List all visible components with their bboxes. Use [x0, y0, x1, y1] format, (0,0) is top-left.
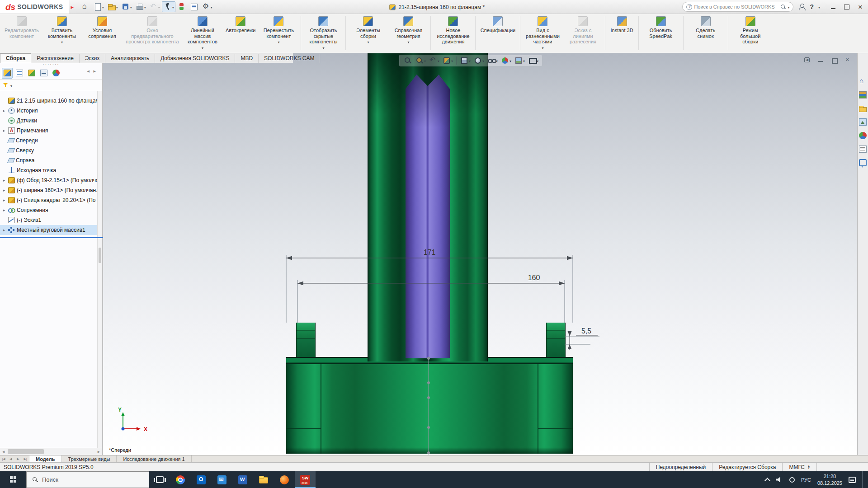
- solidworks-logo[interactable]: ds SOLIDWORKS: [0, 0, 69, 14]
- taskbar-app-solidworks-2019[interactable]: [295, 471, 316, 488]
- dropdown-arrow-icon[interactable]: [144, 4, 146, 10]
- tree-item-sketch1[interactable]: (-) Эскиз1: [0, 215, 97, 225]
- dropdown-arrow-icon[interactable]: [61, 39, 63, 45]
- clock[interactable]: 21:28 08.12.2025: [817, 473, 842, 486]
- quick-button-undo[interactable]: [148, 1, 161, 12]
- tree-item-plane-front[interactable]: Спереди: [0, 136, 97, 145]
- first-tab-icon[interactable]: [0, 455, 7, 462]
- hud-button-apply-scene[interactable]: [513, 56, 526, 66]
- doc-tab-motion-study-1[interactable]: Исследование движения 1: [117, 455, 191, 462]
- ribbon-button-take-snapshot[interactable]: Сделать снимок: [686, 14, 726, 52]
- ribbon-button-reference-geometry[interactable]: Справочная геометрия: [388, 14, 428, 52]
- taskbar-app-outlook[interactable]: [191, 471, 212, 488]
- dropdown-arrow-icon[interactable]: [322, 45, 324, 51]
- taskbar-app-mail-app[interactable]: [212, 471, 232, 488]
- expand-arrow-icon[interactable]: [2, 108, 6, 113]
- expand-arrow-icon[interactable]: [2, 99, 6, 103]
- language-indicator[interactable]: РУС: [801, 477, 811, 483]
- ribbon-button-component-preview-window[interactable]: Окно предварительного просмотра компонен…: [123, 14, 182, 52]
- tree-item-component-shirina[interactable]: (-) ширина 160<1> (По умолчан...: [0, 185, 97, 195]
- taskbar-app-browser-orange[interactable]: [274, 471, 295, 488]
- tab-evaluate[interactable]: Анализировать: [105, 54, 155, 63]
- dropdown-arrow-icon[interactable]: [818, 4, 820, 10]
- ribbon-button-explode-line-sketch[interactable]: Эскиз с линиями разнесения: [563, 14, 603, 52]
- prev-tab-icon[interactable]: [7, 455, 14, 462]
- expand-arrow-icon[interactable]: [2, 128, 6, 133]
- dropdown-arrow-icon[interactable]: [202, 45, 203, 51]
- hud-button-zoom-area[interactable]: [414, 56, 427, 66]
- dropdown-arrow-icon[interactable]: [172, 4, 174, 10]
- last-tab-icon[interactable]: [22, 455, 29, 462]
- panel-tabs-scroll-right-icon[interactable]: [93, 69, 97, 74]
- tab-addins[interactable]: Добавления SOLIDWORKS: [155, 54, 236, 63]
- taskbar-search-input[interactable]: [42, 476, 132, 483]
- tab-sketch[interactable]: Эскиз: [80, 54, 105, 63]
- ribbon-button-move-component[interactable]: Переместить компонент: [259, 14, 298, 52]
- tree-item-assembly-root[interactable]: 21-2.15-ширина 160 по фланцам (П: [0, 96, 97, 106]
- ribbon-button-large-assembly-mode[interactable]: Режим большой сборки: [731, 14, 770, 52]
- scroll-right-icon[interactable]: [95, 450, 102, 454]
- expand-arrow-icon[interactable]: [2, 208, 6, 212]
- panel-tab-displaymanager[interactable]: [51, 68, 61, 79]
- task-pane-button-forum[interactable]: [859, 158, 868, 167]
- show-desktop-button[interactable]: [862, 471, 864, 488]
- tree-item-plane-right[interactable]: Справа: [0, 155, 97, 165]
- dropdown-arrow-icon[interactable]: [211, 4, 212, 10]
- panel-tab-propertymanager[interactable]: [14, 68, 25, 79]
- ribbon-button-insert-components[interactable]: Вставить компоненты: [42, 14, 82, 52]
- help-search-input[interactable]: [694, 4, 778, 9]
- doc-tab-model[interactable]: Модель: [29, 455, 62, 462]
- ribbon-button-show-hidden-components[interactable]: Отобразить скрытые компоненты: [303, 14, 343, 52]
- dropdown-arrow-icon[interactable]: [523, 57, 525, 64]
- tree-item-mates-group[interactable]: Сопряжения: [0, 205, 97, 215]
- tree-vertical-scrollbar[interactable]: [97, 91, 102, 448]
- menu-flyout-arrow-icon[interactable]: [69, 4, 76, 10]
- expand-arrow-icon[interactable]: [2, 218, 6, 222]
- tray-status-icon[interactable]: [789, 477, 795, 483]
- hud-button-hide-show-items[interactable]: [486, 56, 499, 66]
- ribbon-button-mate[interactable]: Условия сопряжения: [82, 14, 122, 52]
- expand-arrow-icon[interactable]: [2, 188, 6, 192]
- maximize-button[interactable]: [841, 2, 853, 12]
- search-icon[interactable]: [780, 4, 786, 9]
- next-tab-icon[interactable]: [14, 455, 22, 462]
- scrollbar-track[interactable]: [7, 448, 95, 455]
- scroll-left-icon[interactable]: [0, 450, 7, 454]
- panel-tab-configurationmanager[interactable]: [26, 68, 37, 79]
- ribbon-button-update-speedpak[interactable]: Обновить SpeedPak: [641, 14, 681, 52]
- expand-arrow-icon[interactable]: [2, 138, 6, 143]
- doc-minimize-icon[interactable]: [817, 57, 824, 63]
- tree-item-local-circular-pattern[interactable]: Местный круговой массив1: [0, 225, 97, 235]
- hud-button-section-view[interactable]: [441, 56, 454, 66]
- taskbar-app-file-explorer[interactable]: [253, 471, 274, 488]
- dropdown-arrow-icon[interactable]: [278, 39, 279, 45]
- expand-arrow-icon[interactable]: [2, 198, 6, 202]
- user-account-icon[interactable]: [798, 3, 805, 10]
- hud-button-zoom-fit[interactable]: [402, 56, 413, 66]
- task-pane-button-appearances-scenes[interactable]: [859, 131, 868, 140]
- model-flange-left[interactable]: [296, 323, 316, 357]
- close-button[interactable]: [854, 2, 866, 12]
- model-rim-body[interactable]: [286, 364, 573, 454]
- task-pane-button-design-library[interactable]: [859, 90, 868, 99]
- ribbon-button-linear-component-pattern[interactable]: Линейный массив компонентов: [183, 14, 222, 52]
- taskbar-app-word[interactable]: [232, 471, 253, 488]
- expand-arrow-icon[interactable]: [2, 178, 6, 183]
- tree-item-component-spitsa[interactable]: (-) Спица квадрат 20.20<1> (По у...: [0, 195, 97, 205]
- units-spinner-icon[interactable]: [807, 465, 810, 469]
- panel-tabs-scroll-left-icon[interactable]: [86, 69, 90, 74]
- units-selector[interactable]: ММГС: [782, 463, 816, 471]
- expand-arrow-icon[interactable]: [2, 158, 6, 163]
- help-menu-icon[interactable]: [810, 3, 814, 10]
- ribbon-button-smart-fasteners[interactable]: Автокрепежи: [223, 14, 258, 52]
- ribbon-button-bill-of-materials[interactable]: Спецификации: [478, 14, 518, 52]
- tab-layout[interactable]: Расположение: [31, 54, 80, 63]
- taskbar-search[interactable]: [26, 471, 149, 488]
- quick-button-new-document[interactable]: [92, 1, 105, 12]
- quick-button-home[interactable]: [80, 1, 91, 12]
- rollback-bar[interactable]: [0, 237, 103, 238]
- tree-horizontal-scrollbar[interactable]: [0, 448, 102, 455]
- panel-tab-featuremanager[interactable]: [2, 68, 13, 79]
- tab-assembly[interactable]: Сборка: [0, 53, 31, 63]
- doc-close-icon[interactable]: [844, 57, 851, 63]
